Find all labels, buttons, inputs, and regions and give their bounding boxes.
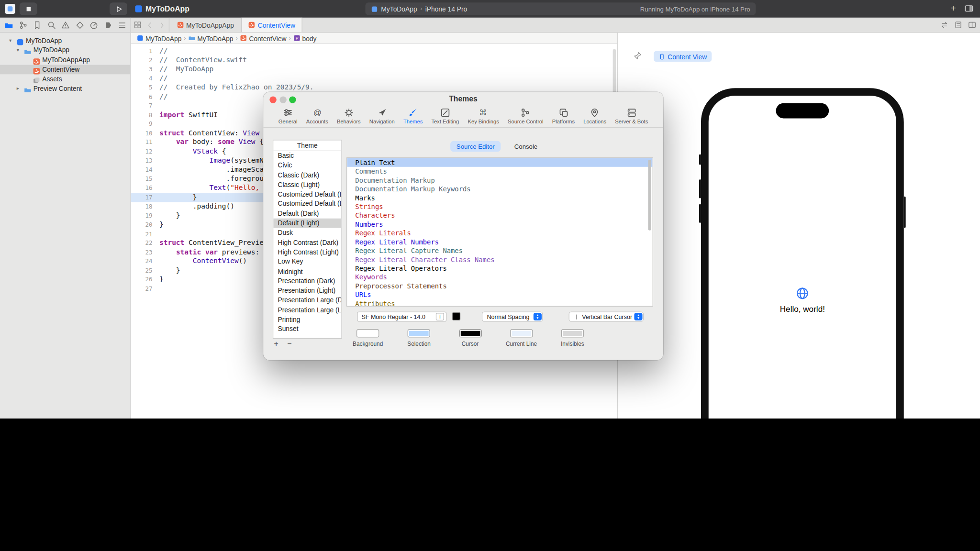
theme-row[interactable]: Default (Dark) <box>273 209 341 219</box>
color-well-swatch[interactable] <box>356 329 379 337</box>
debug-navigator-button[interactable] <box>89 21 98 29</box>
disclosure-open-icon[interactable]: ▾ <box>8 38 13 44</box>
remove-theme-button[interactable]: − <box>287 340 291 348</box>
theme-row[interactable]: Midnight <box>273 266 341 276</box>
window-proxy-icon[interactable] <box>5 4 15 14</box>
issues-navigator-button[interactable] <box>61 21 70 29</box>
syntax-row[interactable]: Plain Text <box>347 158 652 166</box>
breadcrumb-item-MyToDoApp[interactable]: MyToDoApp <box>137 34 182 42</box>
syntax-row[interactable]: Marks <box>347 193 652 202</box>
theme-row[interactable]: Classic (Dark) <box>273 170 341 180</box>
syntax-row[interactable]: Preprocessor Statements <box>347 281 652 290</box>
settings-tab-Source Control[interactable]: Source Control <box>508 105 544 127</box>
syntax-list-scrollbar[interactable] <box>648 160 651 230</box>
run-button[interactable] <box>110 2 127 15</box>
navigator-item-Assets[interactable]: Assets <box>0 75 130 84</box>
color-well-swatch[interactable] <box>408 329 430 337</box>
settings-tab-Text Editing[interactable]: Text Editing <box>431 105 459 127</box>
reports-navigator-button[interactable] <box>118 21 126 29</box>
settings-tab-Key Bindings[interactable]: ⌘Key Bindings <box>468 105 499 127</box>
add-theme-button[interactable]: + <box>274 340 278 348</box>
theme-row[interactable]: Basic <box>273 151 341 161</box>
editor-tab-MyToDoAppApp[interactable]: MyToDoAppApp <box>169 18 242 32</box>
syntax-row[interactable]: URLs <box>347 290 652 299</box>
code-line-2[interactable]: 2// ContentView.swift <box>131 56 617 65</box>
preview-chip[interactable]: Content View <box>654 51 712 62</box>
disclosure-open-icon[interactable]: ▾ <box>15 47 21 53</box>
tests-navigator-button[interactable] <box>75 21 84 29</box>
breadcrumb-item-ContentView[interactable]: ContentView <box>240 34 287 42</box>
theme-row[interactable]: Presentation Large (Da… <box>273 296 341 305</box>
segment-Source Editor[interactable]: Source Editor <box>450 141 501 152</box>
disclosure-closed-icon[interactable]: ▸ <box>15 86 21 92</box>
theme-row[interactable]: Presentation Large (Lig… <box>273 305 341 315</box>
code-review-icon[interactable] <box>940 21 948 29</box>
theme-row[interactable]: Low Key <box>273 257 341 266</box>
theme-row[interactable]: Presentation (Dark) <box>273 276 341 286</box>
color-well-swatch[interactable] <box>459 329 481 337</box>
choose-font-button[interactable]: T <box>436 313 444 320</box>
stop-button[interactable] <box>20 2 37 15</box>
navigator-item-ContentView[interactable]: ContentView <box>0 65 130 74</box>
syntax-row[interactable]: Characters <box>347 211 652 220</box>
navigator-item-MyToDoAppApp[interactable]: MyToDoAppApp <box>0 55 130 65</box>
pin-preview-icon[interactable] <box>634 52 642 60</box>
color-well-swatch[interactable] <box>510 329 533 337</box>
related-items-icon[interactable] <box>134 21 142 29</box>
theme-row[interactable]: Printing <box>273 315 341 324</box>
segment-Console[interactable]: Console <box>501 141 551 152</box>
source-control-navigator-button[interactable] <box>19 21 27 29</box>
settings-tab-Navigation[interactable]: Navigation <box>369 105 395 127</box>
activity-viewer[interactable]: MyToDoApp › iPhone 14 Pro Running MyToDo… <box>365 2 756 15</box>
theme-row[interactable]: Civic <box>273 161 341 170</box>
font-color-well[interactable] <box>452 312 460 320</box>
go-back-icon[interactable] <box>146 21 154 29</box>
cursor-popup[interactable]: Vertical Bar Cursor ▲▼ <box>569 312 644 322</box>
syntax-row[interactable]: Documentation Markup Keywords <box>347 185 652 193</box>
code-line-3[interactable]: 3// MyToDoApp <box>131 65 617 74</box>
find-navigator-button[interactable] <box>47 21 56 29</box>
syntax-row[interactable]: Regex Literal Operators <box>347 264 652 272</box>
navigator-item-MyToDoApp[interactable]: ▾MyToDoApp <box>0 45 130 55</box>
syntax-row[interactable]: Documentation Markup <box>347 176 652 184</box>
settings-tab-Themes[interactable]: Themes <box>403 105 423 127</box>
code-line-5[interactable]: 5// Created by FelixZhao on 2023/5/9. <box>131 83 617 92</box>
spacing-popup[interactable]: Normal Spacing ▲▼ <box>482 312 543 322</box>
bookmarks-navigator-button[interactable] <box>33 21 41 29</box>
add-tab-button[interactable]: + <box>950 3 956 13</box>
run-destination[interactable]: iPhone 14 Pro <box>425 5 468 13</box>
theme-row[interactable]: High Contrast (Light) <box>273 247 341 257</box>
navigator-item-MyToDoApp[interactable]: ▾MyToDoApp <box>0 36 130 45</box>
settings-tab-Accounts[interactable]: @Accounts <box>306 105 328 127</box>
theme-row[interactable]: Sunset <box>273 324 341 334</box>
code-line-4[interactable]: 4// <box>131 74 617 83</box>
settings-tab-Behaviors[interactable]: Behaviors <box>337 105 361 127</box>
go-forward-icon[interactable] <box>158 21 166 29</box>
syntax-row[interactable]: Attributes <box>347 299 652 307</box>
scheme-name[interactable]: MyToDoApp <box>381 5 417 13</box>
syntax-row[interactable]: Comments <box>347 167 652 176</box>
theme-row[interactable]: Customized Default (D… <box>273 189 341 199</box>
syntax-row[interactable]: Strings <box>347 202 652 211</box>
syntax-row[interactable]: Regex Literal Character Class Names <box>347 255 652 264</box>
theme-row[interactable]: Presentation (Light) <box>273 286 341 296</box>
theme-row[interactable]: Customized Default (Li… <box>273 199 341 209</box>
syntax-row[interactable]: Keywords <box>347 273 652 281</box>
settings-tab-Server & Bots[interactable]: Server & Bots <box>615 105 648 127</box>
adjust-editor-icon[interactable] <box>954 21 962 29</box>
syntax-row[interactable]: Numbers <box>347 220 652 228</box>
color-well-swatch[interactable] <box>561 329 584 337</box>
settings-tab-General[interactable]: General <box>278 105 298 127</box>
breadcrumb-item-MyToDoApp[interactable]: MyToDoApp <box>189 34 234 42</box>
settings-tab-Locations[interactable]: Locations <box>583 105 606 127</box>
font-field[interactable]: SF Mono Regular - 14.0 T <box>357 312 446 322</box>
breakpoints-navigator-button[interactable] <box>104 21 112 29</box>
theme-row[interactable]: High Contrast (Dark) <box>273 238 341 247</box>
theme-row[interactable]: Dusk <box>273 228 341 238</box>
theme-row[interactable]: Classic (Light) <box>273 180 341 189</box>
project-navigator-button[interactable] <box>4 21 13 29</box>
syntax-row[interactable]: Regex Literals <box>347 229 652 237</box>
code-line-1[interactable]: 1// <box>131 46 617 55</box>
syntax-row[interactable]: Regex Literal Numbers <box>347 237 652 246</box>
editor-tab-ContentView[interactable]: ContentView <box>242 18 302 32</box>
